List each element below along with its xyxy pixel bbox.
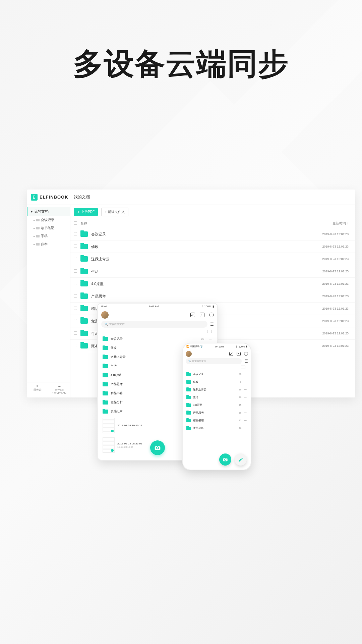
- check-icon[interactable]: ✓: [229, 352, 233, 356]
- clock-icon[interactable]: [209, 313, 214, 317]
- play-icon[interactable]: [200, 313, 204, 317]
- menu-icon[interactable]: ☰: [244, 359, 248, 364]
- folder-icon: [36, 219, 40, 221]
- more-icon[interactable]: ···: [244, 411, 247, 414]
- more-icon[interactable]: ···: [244, 419, 247, 422]
- camera-icon: [223, 457, 228, 462]
- desktop-header: E ELFINBOOK 我的文档: [27, 190, 355, 205]
- folder-icon: [103, 355, 108, 359]
- doc-subtitle: 19-03-08 19:56: [117, 446, 142, 448]
- battery-icon: ▮: [246, 345, 247, 348]
- new-folder-button[interactable]: + 新建文件夹: [101, 208, 128, 216]
- more-icon[interactable]: ···: [244, 380, 247, 383]
- item-count: 8: [240, 381, 241, 383]
- row-checkbox[interactable]: [74, 319, 80, 323]
- item-name: 生活: [193, 395, 239, 399]
- more-icon[interactable]: ···: [244, 396, 247, 399]
- upload-pdf-button[interactable]: ⇡上传PDF: [74, 208, 98, 216]
- item-name: 产品思考: [193, 411, 239, 415]
- avatar[interactable]: [186, 351, 192, 357]
- table-row[interactable]: 送我上青云 2019-8-23 12:01:23: [70, 253, 355, 265]
- folder-icon: [186, 419, 191, 422]
- list-item[interactable]: 竞品分析 16 ···: [186, 424, 248, 432]
- camera-fab[interactable]: [219, 453, 231, 466]
- list-item[interactable]: 产品思考 15 ···: [186, 409, 248, 417]
- row-checkbox[interactable]: [74, 331, 80, 335]
- table-row[interactable]: 产品思考 2019-8-23 12:01:23: [70, 290, 355, 303]
- sidebar-root[interactable]: ▾ 我的文档: [27, 207, 70, 216]
- more-icon[interactable]: ···: [244, 373, 247, 376]
- more-icon[interactable]: ···: [244, 388, 247, 391]
- more-icon[interactable]: ···: [244, 404, 247, 407]
- table-row[interactable]: 生活 2019-8-23 12:01:23: [70, 265, 355, 278]
- row-checkbox[interactable]: [74, 257, 80, 261]
- list-item[interactable]: 送我上青云 16 ···: [186, 386, 248, 393]
- doc-title: 2018-03-08 19:56:12: [117, 424, 142, 427]
- list-item[interactable]: 4.0原型 15 ···: [186, 401, 248, 409]
- row-date: 2019-8-23 12:01:23: [308, 232, 352, 236]
- check-icon[interactable]: ✓: [190, 313, 195, 317]
- list-item[interactable]: 生活 18 ···: [186, 393, 248, 401]
- search-input[interactable]: 🔍 搜索我的文件: [101, 321, 207, 328]
- folder-icon: [80, 269, 88, 274]
- sidebar-item[interactable]: ▸读书笔记: [27, 224, 70, 232]
- folder-icon: [103, 373, 108, 377]
- item-name: 修改: [193, 380, 240, 384]
- folder-icon: [186, 411, 191, 415]
- folder-icon: [36, 243, 40, 246]
- folder-icon: [103, 410, 108, 414]
- item-name: 会议记录: [111, 337, 201, 341]
- sidebar-item[interactable]: ▸会议记录: [27, 216, 70, 224]
- col-name[interactable]: 名称: [80, 221, 308, 226]
- sidebar-item[interactable]: ▸账本: [27, 240, 70, 248]
- row-date: 2019-8-23 12:01:23: [308, 270, 352, 273]
- tag-icon[interactable]: [207, 330, 212, 333]
- row-name: 修改: [91, 244, 308, 249]
- tag-icon[interactable]: [241, 366, 245, 369]
- folder-icon: [186, 404, 191, 407]
- bluetooth-icon: ᛒ: [236, 345, 237, 348]
- row-date: 2019-8-23 12:01:23: [308, 319, 352, 323]
- doc-thumbnail: [103, 437, 115, 453]
- table-row[interactable]: 修改 2019-8-23 12:01:23: [70, 240, 355, 253]
- page-title: 我的文档: [70, 194, 90, 200]
- more-icon[interactable]: ···: [244, 427, 247, 430]
- camera-fab[interactable]: [150, 440, 165, 455]
- pencil-icon: [238, 457, 243, 462]
- edit-fab[interactable]: [235, 453, 247, 466]
- row-checkbox[interactable]: [74, 245, 80, 249]
- row-date: 2019-8-23 12:01:23: [308, 307, 352, 310]
- clock-icon[interactable]: [244, 352, 248, 356]
- table-row[interactable]: 会议记录 2019-8-23 12:01:23: [70, 228, 355, 240]
- row-checkbox[interactable]: [74, 344, 80, 348]
- list-item[interactable]: 修改 8 ···: [186, 378, 248, 386]
- trash-button[interactable]: 🗑回收站: [27, 384, 49, 395]
- phone-frame: 📶 中国移动 📡 9:41 AM ᛒ100%▮ ✓ 🔍 搜索我的文件 ☰ 会议记…: [182, 343, 251, 470]
- play-icon[interactable]: [237, 352, 241, 356]
- list-item[interactable]: 会议记录 20 ···: [101, 334, 214, 343]
- camera-icon: [154, 444, 161, 451]
- search-input[interactable]: 🔍 搜索我的文件: [186, 358, 242, 364]
- more-icon[interactable]: ···: [209, 337, 213, 341]
- folder-icon: [103, 400, 108, 405]
- col-date[interactable]: 更新时间 ↓: [308, 221, 352, 226]
- folder-icon: [186, 388, 191, 391]
- avatar[interactable]: [101, 311, 109, 319]
- folder-icon: [186, 396, 191, 399]
- row-checkbox[interactable]: [74, 307, 80, 311]
- list-item[interactable]: 精品书籍 12 ···: [186, 417, 248, 424]
- folder-icon: [103, 337, 108, 341]
- sidebar-item[interactable]: ▸手稿: [27, 232, 70, 240]
- list-item[interactable]: 会议记录 20 ···: [186, 370, 248, 378]
- row-checkbox[interactable]: [74, 232, 80, 236]
- folder-icon: [186, 380, 191, 384]
- table-row[interactable]: 4.0原型 2019-8-23 12:01:23: [70, 278, 355, 290]
- row-checkbox[interactable]: [74, 269, 80, 273]
- folder-icon: [80, 318, 88, 324]
- select-all-checkbox[interactable]: [74, 221, 80, 225]
- menu-icon[interactable]: ☰: [210, 322, 214, 327]
- brand-logo[interactable]: E ELFINBOOK: [27, 194, 70, 201]
- row-checkbox[interactable]: [74, 294, 80, 298]
- row-checkbox[interactable]: [74, 282, 80, 286]
- row-date: 2019-8-23 12:01:23: [308, 344, 352, 347]
